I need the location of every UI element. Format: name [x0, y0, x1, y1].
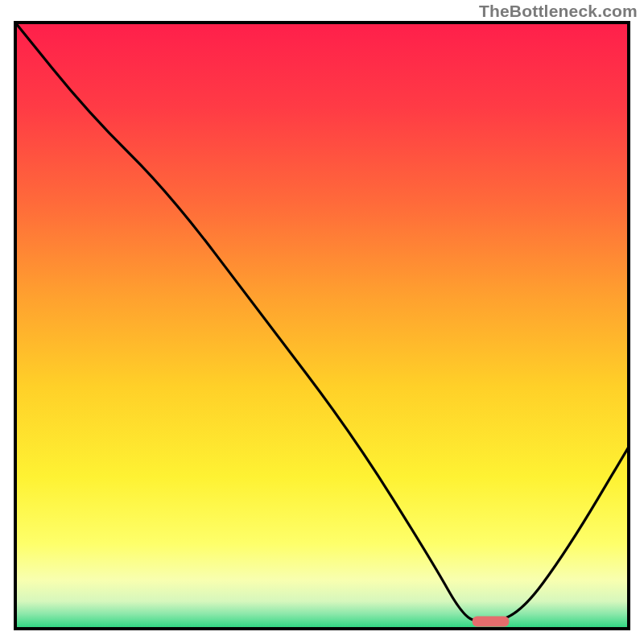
bottleneck-chart: [14, 21, 630, 630]
optimal-marker: [473, 616, 510, 626]
watermark-text: TheBottleneck.com: [479, 2, 638, 21]
chart-frame: [14, 21, 630, 630]
gradient-background: [15, 23, 629, 629]
chart-container: TheBottleneck.com: [0, 0, 644, 644]
